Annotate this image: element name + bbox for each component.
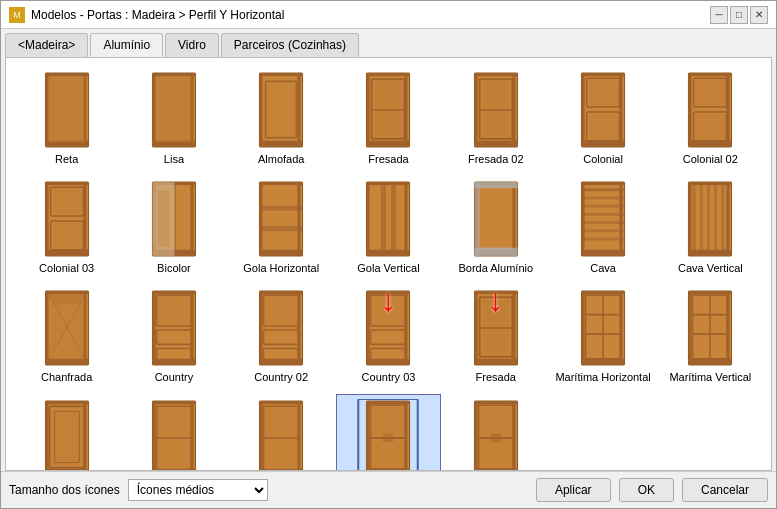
- icon-label-country03: Country 03: [362, 371, 416, 384]
- icon-item-fresada02[interactable]: Fresada 02: [443, 66, 548, 171]
- svg-rect-16: [260, 141, 303, 147]
- icon-item-country02[interactable]: Country 02: [229, 284, 334, 389]
- svg-rect-81: [367, 182, 410, 185]
- icon-item-reta[interactable]: Reta: [14, 66, 119, 171]
- svg-rect-162: [582, 291, 625, 294]
- tab-aluminio[interactable]: Alumínio: [90, 33, 163, 57]
- tab-vidro[interactable]: Vidro: [165, 33, 219, 57]
- svg-rect-200: [264, 406, 299, 437]
- size-label: Tamanho dos ícones: [9, 483, 120, 497]
- svg-rect-91: [474, 248, 517, 256]
- svg-rect-183: [52, 409, 81, 464]
- svg-rect-58: [45, 250, 88, 256]
- door-icon-colonial02: [675, 71, 745, 151]
- door-icon-reta: [32, 71, 102, 151]
- icon-item-country03[interactable]: ↓Country 03: [336, 284, 441, 389]
- icon-item-bicolor[interactable]: Bicolor: [121, 175, 226, 280]
- svg-rect-65: [190, 182, 193, 256]
- icon-item-fresada[interactable]: Fresada: [336, 66, 441, 171]
- apply-button[interactable]: Aplicar: [536, 478, 611, 502]
- svg-rect-99: [582, 197, 625, 200]
- svg-rect-132: [159, 298, 190, 325]
- door-icon-classica: [32, 399, 102, 471]
- svg-rect-136: [260, 291, 303, 294]
- icon-item-gola-v[interactable]: Gola Vertical: [336, 175, 441, 280]
- svg-rect-150: [373, 298, 404, 325]
- svg-rect-204: [367, 401, 370, 471]
- svg-rect-127: [152, 291, 195, 294]
- svg-rect-106: [689, 182, 692, 256]
- icon-item-colonial02[interactable]: Colonial 02: [658, 66, 763, 171]
- svg-rect-171: [689, 291, 732, 294]
- icon-item-classica[interactable]: Clássica: [14, 394, 119, 471]
- door-icon-maritima-v: [675, 289, 745, 369]
- icon-label-maritima-h: Marítima Horizontal: [555, 371, 650, 384]
- svg-rect-141: [266, 298, 297, 325]
- icon-item-country[interactable]: Country: [121, 284, 226, 389]
- icon-item-colonial03[interactable]: Colonial 03: [14, 175, 119, 280]
- icon-item-almofada[interactable]: Almofada: [229, 66, 334, 171]
- icon-item-chanfrada[interactable]: Chanfrada: [14, 284, 119, 389]
- svg-rect-206: [367, 401, 410, 404]
- svg-rect-118: [45, 291, 88, 294]
- svg-rect-57: [45, 182, 88, 185]
- svg-rect-92: [474, 182, 479, 256]
- tab-parceiros[interactable]: Parceiros (Cozinhas): [221, 33, 359, 57]
- icon-item-lisa[interactable]: Lisa: [121, 66, 226, 171]
- door-icon-cava-v: [675, 180, 745, 260]
- icon-item-colonial[interactable]: Colonial: [550, 66, 655, 171]
- icon-item-athena02[interactable]: Athena 02: [229, 394, 334, 471]
- icons-grid: Reta Lisa Almofada: [14, 66, 763, 471]
- minimize-button[interactable]: ─: [710, 6, 728, 24]
- svg-rect-186: [152, 401, 155, 471]
- icon-label-country02: Country 02: [254, 371, 308, 384]
- ok-button[interactable]: OK: [619, 478, 674, 502]
- svg-rect-21: [367, 73, 370, 147]
- svg-rect-111: [700, 182, 703, 256]
- svg-rect-52: [696, 80, 725, 105]
- svg-rect-143: [367, 291, 370, 365]
- icon-item-perfil-y-v[interactable]: Perfil Y Vertical: [443, 394, 548, 471]
- svg-rect-146: [367, 359, 410, 365]
- svg-rect-180: [45, 401, 88, 404]
- cancel-button[interactable]: Cancelar: [682, 478, 768, 502]
- icon-item-maritima-h[interactable]: Marítima Horizontal: [550, 284, 655, 389]
- svg-rect-110: [693, 182, 696, 256]
- svg-rect-97: [582, 250, 625, 256]
- svg-rect-128: [152, 359, 195, 365]
- svg-rect-34: [482, 82, 509, 135]
- svg-rect-43: [589, 80, 618, 105]
- door-icon-fresada: [353, 71, 423, 151]
- icon-label-cava: Cava: [590, 262, 616, 275]
- icon-item-athena[interactable]: Athena: [121, 394, 226, 471]
- svg-rect-40: [582, 141, 625, 147]
- icon-label-fresada: Fresada: [368, 153, 408, 166]
- svg-rect-100: [582, 205, 625, 208]
- svg-rect-84: [392, 182, 397, 256]
- svg-rect-195: [260, 401, 263, 471]
- svg-rect-197: [260, 401, 303, 404]
- tab-madeira[interactable]: <Madeira>: [5, 33, 88, 57]
- maximize-button[interactable]: □: [730, 6, 748, 24]
- svg-rect-29: [474, 73, 477, 147]
- icon-item-cava-v[interactable]: Cava Vertical: [658, 175, 763, 280]
- icon-label-fresada3: Fresada: [476, 371, 516, 384]
- icon-label-colonial02: Colonial 02: [683, 153, 738, 166]
- size-select[interactable]: Ícones médios Ícones pequenos Ícones gra…: [128, 479, 268, 501]
- svg-rect-62: [52, 223, 81, 248]
- close-button[interactable]: ✕: [750, 6, 768, 24]
- svg-rect-157: [482, 301, 509, 354]
- icon-item-maritima-v[interactable]: Marítima Vertical: [658, 284, 763, 389]
- svg-rect-114: [722, 182, 725, 256]
- door-icon-perfil-y-v: [461, 399, 531, 471]
- door-icon-perfil-y-h: [353, 399, 423, 471]
- svg-rect-46: [689, 73, 692, 147]
- icon-item-borda-al[interactable]: Borda Alumínio: [443, 175, 548, 280]
- icon-item-fresada3[interactable]: ↓Fresada: [443, 284, 548, 389]
- icon-item-cava[interactable]: Cava: [550, 175, 655, 280]
- icon-item-perfil-y-h[interactable]: Perfil Y Horizontal: [336, 394, 441, 471]
- svg-rect-77: [260, 226, 303, 231]
- svg-rect-53: [696, 114, 725, 139]
- door-icon-fresada02: [461, 71, 531, 151]
- icon-item-gola-h[interactable]: Gola Horizontal: [229, 175, 334, 280]
